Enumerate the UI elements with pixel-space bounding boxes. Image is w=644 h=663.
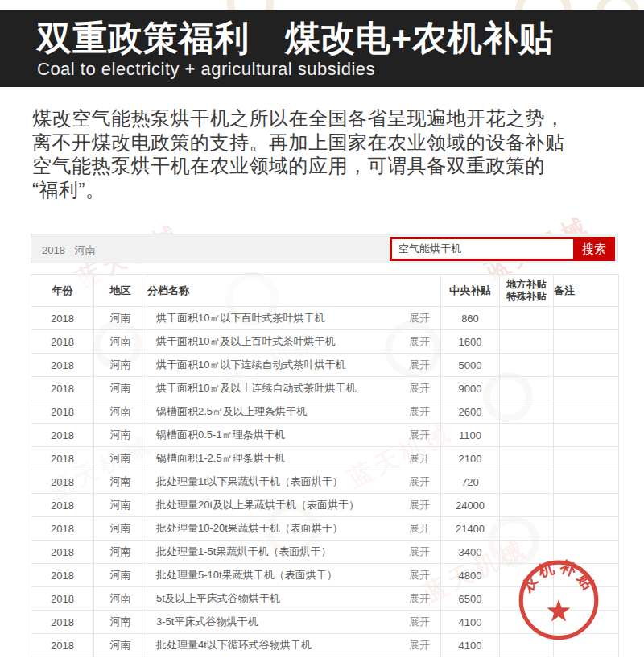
intro-line: “福利”。	[32, 178, 618, 202]
cell-note	[554, 354, 619, 377]
category-name: 烘干面积10㎡及以上连续自动式茶叶烘干机	[156, 381, 356, 396]
cell-central-subsidy: 24000	[441, 494, 500, 517]
cell-central-subsidy: 4800	[441, 564, 500, 587]
star-icon	[547, 599, 570, 622]
table-row: 2018 河南 批处理量20t及以上果蔬烘干机（表面烘干） 展开 24000	[31, 494, 619, 517]
expand-link[interactable]: 展开	[409, 498, 430, 512]
cell-region: 河南	[94, 354, 147, 377]
cell-note	[554, 377, 619, 400]
cell-region: 河南	[94, 634, 147, 657]
search-group: 搜索	[390, 237, 615, 261]
filter-label: 2018 - 河南	[42, 243, 95, 258]
expand-link[interactable]: 展开	[409, 404, 430, 419]
cell-local-subsidy	[500, 494, 554, 517]
cell-year: 2018	[31, 494, 94, 517]
column-header-name: 分档名称	[147, 275, 441, 307]
cell-local-subsidy	[500, 377, 554, 400]
cell-year: 2018	[31, 517, 94, 541]
column-header-local-line2: 特殊补贴	[500, 291, 553, 303]
cell-name: 烘干面积10㎡以下连续自动式茶叶烘干机 展开	[147, 354, 441, 377]
intro-paragraph: 煤改空气能热泵烘干机之所以在全国各省呈现遍地开花之势， 离不开煤改电政策的支持。…	[32, 106, 618, 201]
cell-region: 河南	[94, 424, 147, 447]
cell-region: 河南	[94, 400, 147, 424]
category-name: 批处理量4t以下循环式谷物烘干机	[156, 638, 312, 653]
expand-link[interactable]: 展开	[409, 381, 430, 396]
cell-region: 河南	[94, 587, 147, 611]
cell-year: 2018	[31, 587, 94, 611]
cell-year: 2018	[31, 447, 94, 470]
cell-region: 河南	[94, 541, 147, 564]
cell-name: 烘干面积10㎡以下百叶式茶叶烘干机 展开	[147, 307, 441, 330]
cell-local-subsidy	[500, 424, 554, 447]
cell-central-subsidy: 1600	[441, 330, 500, 354]
cell-name: 锅槽面积2.5㎡及以上理条烘干机 展开	[147, 400, 441, 424]
expand-link[interactable]: 展开	[409, 638, 430, 653]
cell-year: 2018	[31, 564, 94, 587]
cell-year: 2018	[31, 634, 94, 657]
cell-name: 批处理量1-5t果蔬烘干机（表面烘干） 展开	[147, 541, 441, 564]
cell-region: 河南	[94, 564, 147, 587]
cell-name: 5t及以上平床式谷物烘干机 展开	[147, 587, 441, 611]
cell-year: 2018	[31, 400, 94, 424]
cell-name: 锅槽面积0.5-1㎡理条烘干机 展开	[147, 424, 441, 447]
category-name: 锅槽面积2.5㎡及以上理条烘干机	[156, 404, 307, 419]
cell-name: 烘干面积10㎡及以上连续自动式茶叶烘干机 展开	[147, 377, 441, 400]
category-name: 3-5t平床式谷物烘干机	[156, 615, 258, 629]
category-name: 批处理量1-5t果蔬烘干机（表面烘干）	[156, 545, 331, 559]
table-row: 2018 河南 锅槽面积0.5-1㎡理条烘干机 展开 1100	[31, 424, 619, 447]
expand-link[interactable]: 展开	[409, 428, 430, 442]
cell-central-subsidy: 1100	[441, 424, 500, 447]
cell-local-subsidy	[500, 447, 554, 470]
cell-local-subsidy	[500, 400, 554, 424]
table-header-row: 年份 地区 分档名称 中央补贴 地方补贴 特殊补贴 备注	[31, 275, 619, 307]
expand-link[interactable]: 展开	[409, 311, 430, 325]
category-name: 批处理量10-20t果蔬烘干机（表面烘干）	[156, 521, 343, 536]
search-input[interactable]	[390, 237, 573, 261]
cell-name: 批处理量20t及以上果蔬烘干机（表面烘干） 展开	[147, 494, 441, 517]
column-header-region: 地区	[94, 275, 147, 307]
category-name: 批处理量20t及以上果蔬烘干机（表面烘干）	[156, 498, 359, 512]
cell-central-subsidy: 720	[441, 470, 500, 494]
column-header-local-line1: 地方补贴	[500, 279, 553, 291]
cell-central-subsidy: 4100	[441, 634, 500, 657]
subsidy-stamp: 农机补贴	[514, 556, 605, 648]
expand-link[interactable]: 展开	[409, 591, 430, 606]
cell-central-subsidy: 6500	[441, 587, 500, 611]
cell-region: 河南	[94, 307, 147, 330]
column-header-note: 备注	[554, 275, 619, 307]
expand-link[interactable]: 展开	[409, 358, 430, 372]
cell-note	[554, 424, 619, 447]
table-row: 2018 河南 烘干面积10㎡以下百叶式茶叶烘干机 展开 860	[31, 307, 619, 330]
cell-note	[554, 447, 619, 470]
cell-central-subsidy: 2100	[441, 447, 500, 470]
intro-line: 煤改空气能热泵烘干机之所以在全国各省呈现遍地开花之势，	[32, 106, 618, 131]
cell-note	[554, 470, 619, 494]
table-row: 2018 河南 烘干面积10㎡及以上百叶式茶叶烘干机 展开 1600	[31, 330, 619, 354]
search-button[interactable]: 搜索	[573, 237, 615, 261]
cell-note	[554, 330, 619, 354]
cell-year: 2018	[31, 470, 94, 494]
expand-link[interactable]: 展开	[409, 615, 430, 629]
cell-name: 批处理量10-20t果蔬烘干机（表面烘干） 展开	[147, 517, 441, 541]
cell-local-subsidy	[500, 307, 554, 330]
column-header-central-subsidy: 中央补贴	[441, 275, 500, 307]
expand-link[interactable]: 展开	[409, 545, 430, 559]
cell-region: 河南	[94, 330, 147, 354]
cell-region: 河南	[94, 611, 147, 634]
cell-note	[554, 400, 619, 424]
cell-year: 2018	[31, 330, 94, 354]
expand-link[interactable]: 展开	[409, 521, 430, 536]
expand-link[interactable]: 展开	[409, 568, 430, 582]
cell-name: 烘干面积10㎡及以上百叶式茶叶烘干机 展开	[147, 330, 441, 354]
expand-link[interactable]: 展开	[409, 334, 430, 349]
cell-region: 河南	[94, 494, 147, 517]
expand-link[interactable]: 展开	[409, 474, 430, 489]
cell-local-subsidy	[500, 470, 554, 494]
table-row: 2018 河南 烘干面积10㎡以下连续自动式茶叶烘干机 展开 5000	[31, 354, 619, 377]
cell-central-subsidy: 4100	[441, 611, 500, 634]
cell-year: 2018	[31, 541, 94, 564]
cell-central-subsidy: 2600	[441, 400, 500, 424]
cell-local-subsidy	[500, 517, 554, 541]
category-name: 锅槽面积0.5-1㎡理条烘干机	[156, 428, 285, 442]
expand-link[interactable]: 展开	[409, 451, 430, 466]
